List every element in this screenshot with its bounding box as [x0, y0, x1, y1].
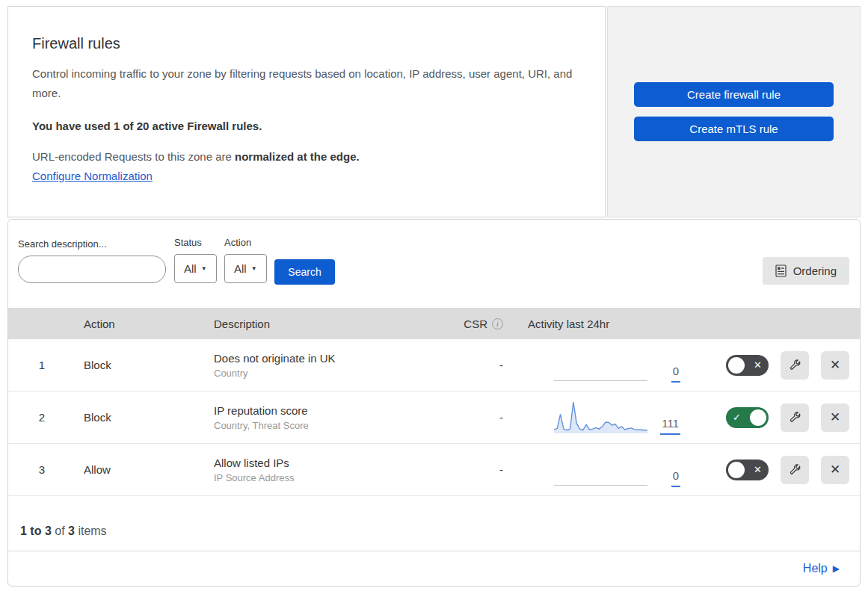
- close-icon: ✕: [830, 409, 840, 425]
- column-description: Description: [214, 318, 453, 330]
- usage-notice: You have used 1 of 20 active Firewall ru…: [32, 120, 581, 132]
- rule-controls: ✓ ✕: [696, 403, 860, 432]
- toggle-knob: [728, 462, 745, 478]
- enable-toggle[interactable]: ✓: [726, 407, 769, 428]
- rule-fields: Country: [214, 368, 453, 379]
- search-box: [18, 256, 166, 283]
- action-dropdown[interactable]: All ▼: [224, 254, 267, 283]
- toggle-on-icon: ✓: [728, 412, 745, 423]
- header-section: Firewall rules Control incoming traffic …: [7, 6, 861, 217]
- activity-flatline: [554, 485, 647, 486]
- action-label: Action: [224, 237, 267, 248]
- enable-toggle[interactable]: ✕: [726, 460, 769, 480]
- activity-flatline: [554, 380, 647, 381]
- edit-rule-button[interactable]: [781, 403, 809, 432]
- search-label: Search description...: [18, 238, 166, 250]
- wrench-icon: [789, 411, 801, 424]
- rule-csr: -: [453, 359, 509, 371]
- status-value: All: [184, 262, 197, 275]
- rule-action: Block: [76, 359, 214, 371]
- rule-description: IP reputation score: [214, 404, 453, 417]
- help-link[interactable]: Help: [803, 562, 828, 575]
- help-arrow-icon: ▶: [833, 563, 840, 574]
- rule-description: Does not originate in UK: [214, 352, 453, 365]
- action-value: All: [234, 262, 247, 275]
- normalization-notice: URL-encoded Requests to this zone are no…: [32, 150, 581, 163]
- status-filter-group: Status All ▼: [174, 237, 217, 283]
- summary-total: 3: [68, 525, 75, 538]
- search-input[interactable]: [34, 259, 170, 281]
- rule-activity-cell: 0: [509, 444, 696, 495]
- normalization-bold: normalized at the edge.: [235, 150, 360, 163]
- help-footer: Help ▶: [8, 551, 860, 585]
- activity-count-link[interactable]: 111: [660, 417, 680, 435]
- page-description: Control incoming traffic to your zone by…: [32, 64, 574, 103]
- search-group: Search description...: [18, 238, 166, 283]
- column-activity: Activity last 24hr: [509, 318, 696, 330]
- delete-rule-button[interactable]: ✕: [821, 403, 849, 432]
- table-row: 2 Block IP reputation score Country, Thr…: [8, 392, 860, 444]
- info-icon[interactable]: i: [492, 318, 503, 329]
- page-title: Firewall rules: [32, 35, 581, 52]
- rule-fields: IP Source Address: [214, 472, 453, 483]
- table-row: 1 Block Does not originate in UK Country…: [8, 339, 860, 392]
- table-header: Action Description CSR i Activity last 2…: [8, 308, 860, 339]
- rule-action: Allow: [76, 463, 214, 476]
- activity-sparkline: [554, 400, 647, 433]
- rule-number: 2: [8, 411, 76, 424]
- rule-description-cell: Allow listed IPs IP Source Address: [214, 457, 453, 483]
- toggle-off-icon: ✕: [749, 359, 766, 371]
- pagination-summary: 1 to 3 of 3 items: [8, 496, 860, 551]
- wrench-icon: [789, 463, 801, 476]
- create-firewall-rule-button[interactable]: Create firewall rule: [634, 82, 834, 107]
- ordering-button[interactable]: Ordering: [763, 257, 849, 285]
- normalization-text: URL-encoded Requests to this zone are: [32, 150, 235, 163]
- rule-action: Block: [76, 411, 214, 424]
- toggle-off-icon: ✕: [749, 464, 766, 475]
- cta-panel: Create firewall rule Create mTLS rule: [607, 6, 861, 217]
- configure-normalization-link[interactable]: Configure Normalization: [32, 170, 153, 182]
- summary-range: 1 to 3: [20, 525, 52, 538]
- status-label: Status: [174, 237, 217, 248]
- enable-toggle[interactable]: ✕: [726, 355, 769, 376]
- close-icon: ✕: [830, 357, 840, 373]
- close-icon: ✕: [830, 462, 840, 477]
- rule-description-cell: IP reputation score Country, Threat Scor…: [214, 404, 453, 431]
- toggle-knob: [728, 357, 745, 374]
- rule-controls: ✕ ✕: [696, 456, 860, 484]
- search-button[interactable]: Search: [274, 259, 335, 285]
- edit-rule-button[interactable]: [781, 351, 809, 380]
- rule-description: Allow listed IPs: [214, 457, 453, 469]
- chevron-down-icon: ▼: [201, 265, 207, 272]
- ordering-list-icon: [775, 264, 787, 277]
- status-dropdown[interactable]: All ▼: [174, 254, 217, 283]
- rule-description-cell: Does not originate in UK Country: [214, 352, 453, 379]
- column-action: Action: [76, 318, 214, 330]
- ordering-label: Ordering: [793, 264, 837, 277]
- rule-fields: Country, Threat Score: [214, 420, 453, 431]
- rule-csr: -: [453, 463, 509, 476]
- activity-count-link[interactable]: 0: [671, 365, 680, 383]
- intro-card: Firewall rules Control incoming traffic …: [7, 6, 606, 217]
- rule-number: 3: [8, 463, 76, 476]
- column-csr: CSR i: [453, 318, 509, 330]
- rule-activity-cell: 111: [509, 392, 696, 443]
- activity-count-link[interactable]: 0: [671, 469, 680, 487]
- rule-controls: ✕ ✕: [696, 351, 860, 380]
- delete-rule-button[interactable]: ✕: [821, 351, 849, 380]
- wrench-icon: [789, 359, 801, 371]
- rule-number: 1: [8, 359, 76, 371]
- rule-csr: -: [453, 411, 509, 424]
- filter-bar: Search description... Status All ▼ Actio…: [8, 220, 860, 308]
- toggle-knob: [750, 409, 766, 426]
- edit-rule-button[interactable]: [781, 456, 809, 484]
- table-row: 3 Allow Allow listed IPs IP Source Addre…: [8, 444, 860, 496]
- rules-card: Search description... Status All ▼ Actio…: [7, 219, 861, 587]
- action-filter-group: Action All ▼: [224, 237, 267, 283]
- chevron-down-icon: ▼: [251, 265, 257, 272]
- delete-rule-button[interactable]: ✕: [821, 456, 849, 484]
- create-mtls-rule-button[interactable]: Create mTLS rule: [634, 117, 834, 141]
- rule-activity-cell: 0: [509, 339, 696, 391]
